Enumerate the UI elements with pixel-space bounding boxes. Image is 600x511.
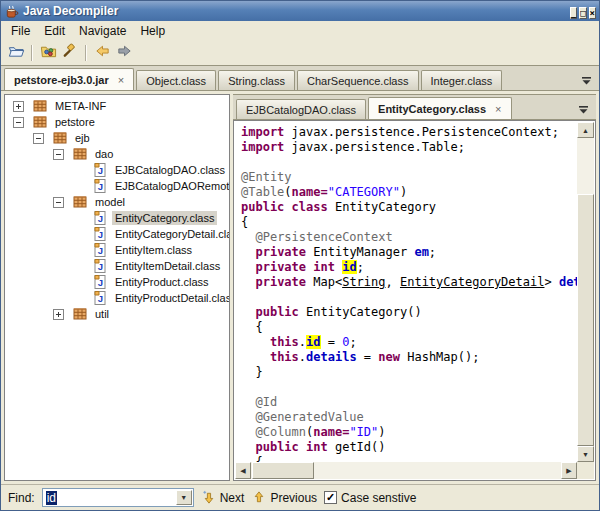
menu-file[interactable]: File [5, 22, 38, 40]
jar-tab-charsequence-class[interactable]: CharSequence.class [297, 70, 419, 90]
jar-tab-object-class[interactable]: Object.class [136, 70, 216, 90]
tree-item-util[interactable]: util [5, 306, 229, 322]
horizontal-scroll-thumb[interactable] [252, 462, 314, 479]
close-button[interactable]: × [589, 7, 596, 19]
code-token: ( [284, 185, 291, 199]
jar-tab-integer-class[interactable]: Integer.class [421, 70, 503, 90]
find-bar: Find: id ▼ Next Previous ✓ Case senstive [1, 484, 599, 510]
case-sensitive-option[interactable]: ✓ Case senstive [324, 491, 416, 505]
package-icon [32, 98, 48, 114]
horizontal-scrollbar[interactable]: ◀ ▶ [235, 462, 577, 479]
code-line: private Map<String, EntityCategoryDetail… [241, 275, 577, 290]
scroll-down-button[interactable]: ▼ [577, 446, 594, 462]
type-link[interactable]: String [342, 275, 385, 289]
tree-item-entityproductdetail-class[interactable]: JEntityProductDetail.class [5, 290, 229, 306]
code-token: import [241, 125, 284, 139]
code-token: javax.persistence.PersistenceContext; [284, 125, 559, 139]
case-sensitive-label: Case senstive [341, 491, 416, 505]
tree-item-entitycategorydetail-class[interactable]: JEntityCategoryDetail.class [5, 226, 229, 242]
main-content: META-INFpetstoreejbdaoJEJBCatalogDAO.cla… [1, 91, 599, 484]
scroll-left-button[interactable]: ◀ [235, 462, 251, 479]
code-token: , [386, 275, 400, 289]
code-token [241, 395, 255, 409]
close-tab-icon[interactable]: × [495, 103, 501, 115]
collapse-icon[interactable] [53, 149, 64, 160]
code-line: this.id = 0; [241, 335, 577, 350]
find-input[interactable]: id ▼ [42, 488, 194, 507]
collapse-icon[interactable] [13, 117, 24, 128]
code-token: name= [313, 425, 349, 439]
java-class-icon: J [92, 162, 108, 178]
source-panel: EJBCatalogDAO.classEntityCategory.class×… [233, 94, 596, 481]
code-token [241, 410, 255, 424]
find-next-button[interactable]: Next [201, 490, 245, 505]
jar-tab-petstore-ejb3-0-jar[interactable]: petstore-ejb3.0.jar× [4, 68, 134, 90]
code-token [241, 440, 255, 454]
code-token: = [321, 335, 343, 349]
code-token [241, 305, 255, 319]
find-dropdown-button[interactable]: ▼ [176, 490, 192, 505]
open-file-button[interactable] [5, 43, 27, 63]
forward-button[interactable] [113, 43, 135, 63]
case-sensitive-checkbox[interactable]: ✓ [324, 491, 337, 504]
tree-item-entityproduct-class[interactable]: JEntityProduct.class [5, 274, 229, 290]
minimize-button[interactable]: _ [570, 7, 577, 19]
code-token: public int [255, 440, 327, 454]
next-arrow-icon [201, 490, 216, 505]
java-class-icon: J [92, 290, 108, 306]
tree-item-model[interactable]: model [5, 194, 229, 210]
code-token [241, 260, 255, 274]
vertical-scroll-thumb[interactable] [577, 194, 594, 446]
code-line: @PersistenceContext [241, 230, 577, 245]
scroll-right-button[interactable]: ▶ [561, 462, 577, 479]
code-token: @Table [241, 185, 284, 199]
search-icon [62, 43, 79, 63]
collapse-icon[interactable] [53, 197, 64, 208]
open-type-button[interactable] [37, 43, 59, 63]
tree-item-dao[interactable]: dao [5, 146, 229, 162]
source-tab-entitycategory-class[interactable]: EntityCategory.class× [368, 97, 511, 119]
tree-item-ejbcatalogdao-class[interactable]: JEJBCatalogDAO.class [5, 162, 229, 178]
close-tab-icon[interactable]: × [118, 74, 124, 86]
code-token: getId() [328, 440, 386, 454]
code-token: public [255, 305, 298, 319]
code-token: ; [349, 335, 356, 349]
code-token: public class [241, 200, 328, 214]
menu-edit[interactable]: Edit [38, 22, 73, 40]
code-token: . [299, 335, 306, 349]
code-line: private EntityManager em; [241, 245, 577, 260]
tree-item-entityitem-class[interactable]: JEntityItem.class [5, 242, 229, 258]
search-button[interactable] [59, 43, 81, 63]
tree-item-ejb[interactable]: ejb [5, 130, 229, 146]
code-token: ) [378, 425, 385, 439]
menu-help[interactable]: Help [134, 22, 173, 40]
tree-item-entityitemdetail-class[interactable]: JEntityItemDetail.class [5, 258, 229, 274]
maximize-button[interactable]: □ [579, 7, 586, 19]
java-class-icon: J [92, 178, 108, 194]
menu-navigate[interactable]: Navigate [73, 22, 134, 40]
tab-list-dropdown-icon[interactable] [581, 72, 592, 83]
java-class-icon: J [92, 258, 108, 274]
collapse-icon[interactable] [33, 133, 44, 144]
code-panel: import javax.persistence.PersistenceCont… [233, 120, 596, 481]
type-link[interactable]: EntityCategoryDetail [400, 275, 545, 289]
back-button[interactable] [91, 43, 113, 63]
expand-icon[interactable] [13, 101, 24, 112]
code-line [241, 155, 577, 170]
decompiled-source: import javax.persistence.PersistenceCont… [235, 122, 577, 462]
scroll-up-button[interactable]: ▲ [577, 122, 594, 138]
jar-tab-string-class[interactable]: String.class [218, 70, 295, 90]
java-class-icon: J [92, 210, 108, 226]
find-previous-button[interactable]: Previous [251, 490, 317, 505]
expand-icon[interactable] [53, 309, 64, 320]
tree-item-petstore[interactable]: petstore [5, 114, 229, 130]
tree-item-meta-inf[interactable]: META-INF [5, 98, 229, 114]
vertical-scrollbar[interactable]: ▲ ▼ [577, 122, 594, 462]
tab-label: petstore-ejb3.0.jar [14, 74, 109, 86]
tree-item-ejbcatalogdaoremote-class[interactable]: JEJBCatalogDAORemote.class [5, 178, 229, 194]
toolbar-separator [31, 45, 33, 61]
tree-item-entitycategory-class[interactable]: JEntityCategory.class [5, 210, 229, 226]
tree-item-label: model [92, 195, 128, 209]
source-tab-ejbcatalogdao-class[interactable]: EJBCatalogDAO.class [236, 99, 366, 119]
tab-list-dropdown-icon[interactable] [578, 101, 589, 112]
